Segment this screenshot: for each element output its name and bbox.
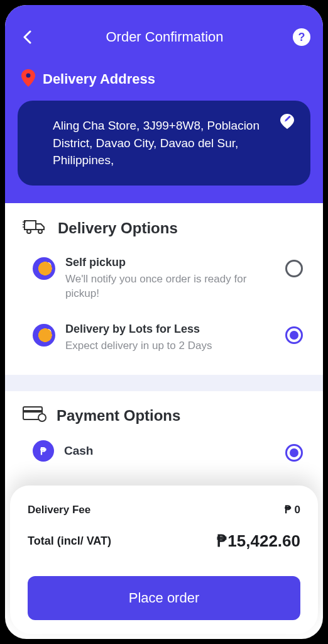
svg-point-0: [26, 74, 31, 78]
svg-point-5: [38, 414, 46, 421]
edit-address-icon[interactable]: [278, 112, 297, 131]
back-button[interactable]: [18, 28, 36, 47]
radio-selected[interactable]: [285, 444, 303, 462]
delivery-fee-label: Delivery Fee: [28, 504, 90, 516]
delivery-options-label: Delivery Options: [58, 219, 178, 237]
section-divider: [5, 375, 323, 391]
address-card[interactable]: Aling Cha Store, 3J99+8W8, Poblacion Dis…: [18, 101, 310, 186]
place-order-button[interactable]: Place order: [28, 576, 300, 620]
delivery-option-sub: Expect delivery in up to 2 Days: [65, 338, 271, 353]
help-button[interactable]: ?: [293, 28, 310, 46]
page-title: Order Confirmation: [36, 29, 293, 45]
app-header: Order Confirmation ?: [5, 5, 323, 55]
rider-avatar-icon: [33, 324, 55, 347]
total-value: ₱15,422.60: [217, 531, 300, 551]
radio-unselected[interactable]: [285, 260, 303, 277]
delivery-option-self-pickup[interactable]: Self pickup We'll notify you once order …: [20, 250, 308, 317]
rider-avatar-icon: [33, 257, 55, 280]
payment-options-header: Payment Options: [20, 406, 308, 425]
summary-card: Delivery Fee ₱ 0 Total (incl/ VAT) ₱15,4…: [10, 486, 318, 634]
total-label: Total (incl/ VAT): [28, 535, 111, 548]
truck-icon: [23, 218, 48, 238]
svg-rect-4: [23, 410, 42, 413]
delivery-option-title: Self pickup: [65, 256, 271, 269]
card-icon: [23, 406, 46, 425]
address-section-label: Delivery Address: [43, 71, 155, 87]
payment-option-title: Cash: [64, 444, 275, 458]
payment-options-label: Payment Options: [57, 407, 180, 425]
payment-option-cash[interactable]: ₱ Cash: [20, 436, 308, 477]
svg-point-1: [27, 230, 31, 233]
radio-selected[interactable]: [285, 326, 303, 344]
delivery-fee-value: ₱ 0: [285, 503, 300, 516]
delivery-options-header: Delivery Options: [20, 218, 308, 238]
delivery-option-sub: We'll notify you once order is ready for…: [65, 272, 271, 302]
delivery-option-title: Delivery by Lots for Less: [65, 323, 271, 336]
delivery-option-lots-for-less[interactable]: Delivery by Lots for Less Expect deliver…: [20, 316, 308, 369]
location-pin-icon: [21, 69, 35, 89]
delivery-address-section: Delivery Address Aling Cha Store, 3J99+8…: [5, 55, 323, 203]
peso-icon: ₱: [33, 440, 54, 462]
address-text: Aling Cha Store, 3J99+8W8, Poblacion Dis…: [53, 117, 280, 169]
svg-point-2: [38, 230, 42, 233]
